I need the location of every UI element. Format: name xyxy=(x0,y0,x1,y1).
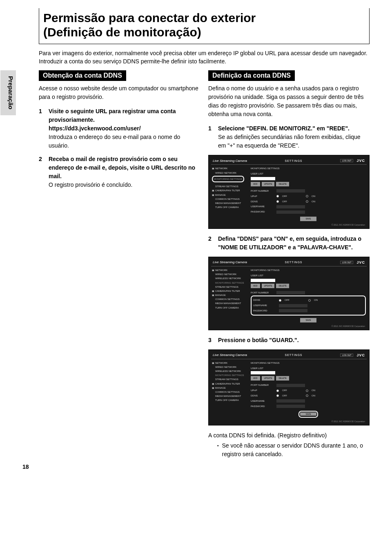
ss-jvc-logo: JVC xyxy=(356,159,365,163)
page-number: 18 xyxy=(22,463,29,470)
right-column: Definição da conta DDNS Defina o nome do… xyxy=(208,70,370,459)
title-box: Permissão para conectar do exterior (Def… xyxy=(39,8,370,44)
ss-main-panel: MONITORING SETTINGS USER LIST ADD UPDATE… xyxy=(250,165,367,223)
final-line: A conta DDNS foi definida. (Registro def… xyxy=(208,431,370,440)
settings-screenshot-1: Live Streaming Camera SETTINGS LOG OUT J… xyxy=(208,155,370,229)
title-line-2: (Definição de monitoração) xyxy=(43,25,201,39)
step-number: 2 xyxy=(39,155,45,189)
step-number: 1 xyxy=(39,107,45,150)
settings-screenshot-3: Live Streaming Camera SETTINGS LOG OUT J… xyxy=(208,349,370,425)
r-step-1-title: Selecione "DEFIN. DE MONITORIZ." em "RED… xyxy=(218,124,370,133)
step-2-title: Receba o mail de registro provisório com… xyxy=(49,155,200,181)
left-column: Obtenção da conta DDNS Acesse o nosso we… xyxy=(39,70,200,459)
settings-screenshot-2: Live Streaming Camera SETTINGS LOG OUT J… xyxy=(208,257,370,330)
intro-paragraph: Para ver imagens do exterior, normalment… xyxy=(39,49,370,66)
ss-user-input xyxy=(251,177,275,180)
r-step-2-title: Defina "DDNS" para "ON" e, em seguida, i… xyxy=(218,235,370,252)
left-step-2: 2 Receba o mail de registro provisório c… xyxy=(39,155,200,189)
heading-define-ddns: Definição da conta DDNS xyxy=(208,70,295,81)
r-step-3-title: Pressione o botão "GUARD.". xyxy=(218,336,370,345)
r-step-1-detail: Se as definições secundárias não forem e… xyxy=(218,133,370,150)
right-step-2: 2 Defina "DDNS" para "ON" e, em seguida,… xyxy=(208,235,370,252)
bullet-text: Se você não acessar o servidor DDNS dura… xyxy=(222,441,370,459)
ss-settings-label: SETTINGS xyxy=(285,159,303,162)
final-bullet: • Se você não acessar o servidor DDNS du… xyxy=(217,441,370,459)
side-tabs: Preparação xyxy=(0,70,16,459)
sidetab-preparacao: Preparação xyxy=(0,70,16,115)
bullet-icon: • xyxy=(217,441,219,459)
left-intro: Acesse o nosso website desde um computad… xyxy=(39,84,200,101)
right-step-1: 1 Selecione "DEFIN. DE MONITORIZ." em "R… xyxy=(208,124,370,150)
step-number: 1 xyxy=(208,124,214,150)
page-title: Permissão para conectar do exterior (Def… xyxy=(43,11,365,40)
ss-product: Live Streaming Camera xyxy=(213,159,247,163)
ss-logout: LOG OUT xyxy=(340,159,354,162)
step-1-detail: Introduza o endereço do seu e-mail para … xyxy=(49,133,200,150)
heading-obtain-ddns: Obtenção da conta DDNS xyxy=(39,70,126,81)
title-line-1: Permissão para conectar do exterior xyxy=(43,11,256,25)
step-1-url: https://dd3.jvckenwood.com/user/ xyxy=(49,124,200,133)
ss-sidebar: ▣ NETWORK WIRED NETWORK MONITORING SETTI… xyxy=(211,165,250,223)
step-number: 2 xyxy=(208,235,214,252)
right-step-3: 3 Pressione o botão "GUARD.". xyxy=(208,336,370,345)
step-1-title: Visite o seguinte URL para registrar uma… xyxy=(49,107,200,124)
right-intro: Defina o nome do usuário e a senha usado… xyxy=(208,84,370,119)
step-number: 3 xyxy=(208,336,214,345)
step-2-detail: O registro provisório é concluído. xyxy=(49,181,200,189)
left-step-1: 1 Visite o seguinte URL para registrar u… xyxy=(39,107,200,150)
